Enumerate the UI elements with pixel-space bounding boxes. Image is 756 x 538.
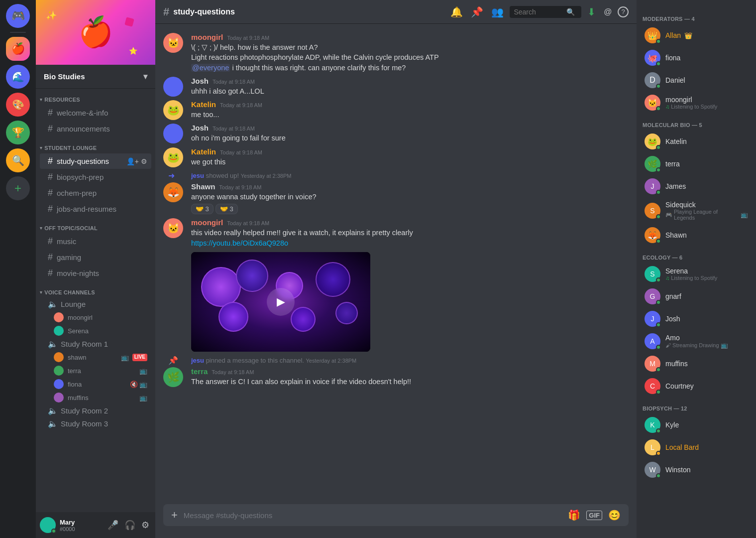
headphones-icon[interactable]: 🎧 xyxy=(122,518,137,533)
add-attachment-button[interactable]: + xyxy=(171,509,178,522)
category-resources[interactable]: ▾ RESOURCES xyxy=(36,89,155,105)
channel-movie-nights[interactable]: # movie-nights xyxy=(40,266,151,281)
video-link[interactable]: https://youtu.be/OiDx6aQ928o xyxy=(191,239,288,247)
voice-channel-lounge[interactable]: 🔈 Lounge xyxy=(40,298,151,310)
username-link[interactable]: jesu xyxy=(191,357,204,364)
system-text: jesu pinned a message to this channel. Y… xyxy=(191,357,356,364)
channel-header-name: # study-questions xyxy=(163,5,235,18)
voice-user-shawn[interactable]: shawn 📺 LIVE xyxy=(40,351,151,364)
gift-icon[interactable]: 🎁 xyxy=(568,509,580,521)
system-message: ➜ jesu showed up! Yesterday at 2:38PM xyxy=(155,170,637,181)
search-input[interactable] xyxy=(514,8,563,16)
avatar: 🦊 xyxy=(645,227,660,243)
members-icon[interactable]: 👥 xyxy=(489,4,506,20)
member-item-courtney[interactable]: C Courtney xyxy=(641,375,752,397)
reaction-button[interactable]: 🤝 3 xyxy=(216,204,238,214)
member-item-moongirl[interactable]: 🐱 moongirl ♫ Listening to Spotify xyxy=(641,92,752,114)
pin-icon[interactable]: 📌 xyxy=(469,4,485,20)
message-header: Katelin Today at 9:18 AM xyxy=(191,100,629,109)
voice-user-muffins[interactable]: muffins 📺 xyxy=(40,391,151,404)
category-off-topic[interactable]: ▾ OFF TOPIC/SOCIAL xyxy=(36,217,155,233)
message-input[interactable] xyxy=(184,506,562,525)
channel-gaming[interactable]: # gaming xyxy=(40,250,151,265)
server-header[interactable]: Bio Studies ▾ xyxy=(36,65,155,89)
voice-user-serena[interactable]: Serena xyxy=(40,324,151,337)
member-item-allan[interactable]: 👑 Allan 👑 xyxy=(641,24,752,46)
channel-biopsych-prep[interactable]: # biopsych-prep xyxy=(40,169,151,185)
member-item-kyle[interactable]: K Kyle xyxy=(641,414,752,436)
voice-user-terra[interactable]: terra 📺 xyxy=(40,364,151,377)
message-group: 🐸 Katelin Today at 9:18 AM we got this xyxy=(155,146,637,168)
voice-channel-study-room-1[interactable]: 🔈 Study Room 1 xyxy=(40,338,151,350)
header-actions: 🔔 📌 👥 🔍 ⬇ @ ? xyxy=(448,4,629,20)
inbox-icon[interactable]: ⬇ xyxy=(585,4,598,20)
member-status: ♫ Listening to Spotify xyxy=(665,104,717,110)
server-banner: 🍎 ✨ ⭐ xyxy=(36,0,155,65)
server-icon-5[interactable]: 🔍 xyxy=(6,148,30,172)
video-embed[interactable]: ▶ xyxy=(191,252,370,352)
voice-user-moongirl[interactable]: moongirl xyxy=(40,311,151,324)
channel-study-questions[interactable]: # study-questions 👤+ ⚙ xyxy=(40,153,151,169)
gif-icon[interactable]: GIF xyxy=(586,511,602,520)
member-item-fiona[interactable]: 🐙 fiona xyxy=(641,47,752,69)
channel-announcements[interactable]: # announcements xyxy=(40,121,151,136)
member-name: gnarf xyxy=(665,292,681,300)
member-name: Josh xyxy=(665,315,680,323)
avatar xyxy=(54,312,64,322)
channel-jobs-resumes[interactable]: # jobs-and-resumes xyxy=(40,201,151,217)
server-icon-2[interactable]: 🌊 xyxy=(6,65,30,89)
message-timestamp: Today at 9:18 AM xyxy=(220,102,262,108)
member-item-terra[interactable]: 🌿 terra xyxy=(641,153,752,175)
add-member-icon[interactable]: 👤+ xyxy=(126,157,139,165)
help-icon[interactable]: ? xyxy=(618,6,629,17)
message-header: moongirl Today at 9:18 AM xyxy=(191,218,629,227)
member-item-sidequick[interactable]: S Sidequick 🎮 Playing League of Legends … xyxy=(641,198,752,224)
member-item-katelin[interactable]: 🐸 Katelin xyxy=(641,131,752,152)
category-voice-channels[interactable]: ▾ VOICE CHANNELS xyxy=(36,281,155,297)
server-icon-3[interactable]: 🎨 xyxy=(6,93,30,117)
member-item-james[interactable]: J James xyxy=(641,175,752,197)
member-info: fiona xyxy=(665,54,680,62)
microphone-icon[interactable]: 🎤 xyxy=(106,518,120,533)
channel-ochem-prep[interactable]: # ochem-prep xyxy=(40,185,151,201)
username-link[interactable]: jesu xyxy=(191,172,204,179)
channel-music[interactable]: # music xyxy=(40,234,151,249)
message-group: 🦊 Shawn Today at 9:18 AM anyone wanna st… xyxy=(155,181,637,215)
play-button[interactable]: ▶ xyxy=(267,288,295,316)
message-timestamp: Today at 9:18 AM xyxy=(227,35,269,41)
add-server-button[interactable]: + xyxy=(6,176,30,200)
discord-home-button[interactable]: 🎮 xyxy=(6,4,30,28)
emoji-icon[interactable]: 😊 xyxy=(608,509,621,521)
message-content: we got this xyxy=(191,157,629,167)
avatar: 🐱 xyxy=(163,218,183,238)
reaction-button[interactable]: 🤝 3 xyxy=(191,204,214,214)
message-group: 🐱 moongirl Today at 9:18 AM this video r… xyxy=(155,217,637,353)
member-item-serena[interactable]: S Serena ♫ Listening to Spotify xyxy=(641,263,752,285)
channel-welcome-info[interactable]: # welcome-&-info xyxy=(40,105,151,121)
bell-icon[interactable]: 🔔 xyxy=(448,4,465,20)
member-item-winston[interactable]: W Winston xyxy=(641,459,752,481)
member-item-muffins[interactable]: M muffins xyxy=(641,353,752,375)
member-name: James xyxy=(665,182,686,190)
settings-icon[interactable]: ⚙ xyxy=(141,157,147,165)
member-item-josh[interactable]: J Josh xyxy=(641,308,752,330)
voice-channel-study-room-2[interactable]: 🔈 Study Room 2 xyxy=(40,404,151,417)
member-name: Allan 👑 xyxy=(665,31,692,39)
settings-icon[interactable]: ⚙ xyxy=(139,518,151,533)
search-bar[interactable]: 🔍 xyxy=(510,6,581,18)
server-icon-4[interactable]: 🏆 xyxy=(6,121,30,144)
message-timestamp: Today at 9:18 AM xyxy=(213,126,255,132)
voice-channel-study-room-3[interactable]: 🔈 Study Room 3 xyxy=(40,417,151,430)
member-item-gnarf[interactable]: G gnarf xyxy=(641,285,752,307)
server-icon-bio-studies[interactable]: 🍎 xyxy=(6,37,30,61)
member-item-shawn[interactable]: 🦊 Shawn xyxy=(641,224,752,246)
category-student-lounge[interactable]: ▾ STUDENT LOUNGE xyxy=(36,137,155,153)
message-timestamp: Today at 9:18 AM xyxy=(213,79,255,85)
avatar: G xyxy=(645,288,660,304)
member-item-amo[interactable]: A Amo 🖌 Streaming Drawing 📺 xyxy=(641,330,752,352)
member-item-daniel[interactable]: D Daniel xyxy=(641,69,752,91)
mention-icon[interactable]: @ xyxy=(602,5,614,18)
voice-user-fiona[interactable]: fiona 🔇 📺 xyxy=(40,378,151,391)
member-item-local-bard[interactable]: L Local Bard xyxy=(641,436,752,458)
voice-icons: 📺 xyxy=(139,394,147,402)
